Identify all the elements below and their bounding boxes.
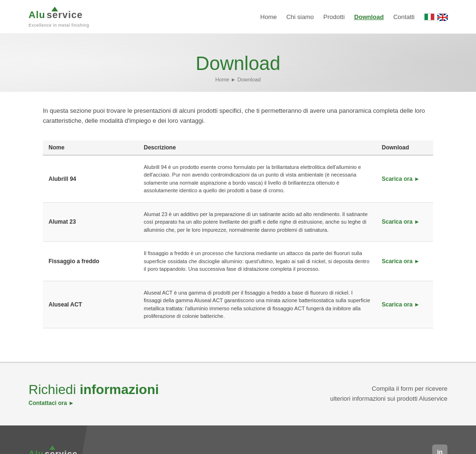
product-name-cell: Aluseal ACT bbox=[43, 281, 138, 328]
cta-title-light: Richiedi bbox=[29, 382, 79, 397]
table-row: Alubrill 94Alubrill 94 è un prodotto ese… bbox=[43, 155, 433, 203]
scarica-link[interactable]: Scarica ora ► bbox=[382, 258, 420, 265]
cta-right-line2: ulteriori informazioni sui prodotti Alus… bbox=[330, 394, 447, 404]
cta-right-line1: Compila il form per ricevere bbox=[330, 384, 447, 394]
table-row: Fissaggio a freddoIl fissaggio a freddo … bbox=[43, 242, 433, 281]
cta-left: Richiedi informazioni Contattaci ora ► bbox=[29, 382, 159, 406]
download-table: Nome Descrizione Download Alubrill 94Alu… bbox=[43, 140, 433, 328]
breadcrumb-separator: ► bbox=[231, 77, 236, 82]
col-header-download: Download bbox=[376, 140, 433, 155]
product-description-cell: Il fissaggio a freddo è un processo che … bbox=[138, 242, 376, 281]
product-name: Alubrill 94 bbox=[49, 176, 76, 182]
flag-italy[interactable] bbox=[424, 13, 435, 20]
breadcrumb-home[interactable]: Home bbox=[215, 77, 229, 82]
product-name: Fissaggio a freddo bbox=[49, 258, 99, 265]
cta-title: Richiedi informazioni bbox=[29, 382, 159, 397]
logo-image: Alu service bbox=[29, 6, 86, 23]
footer-logo-image: Alu service bbox=[29, 444, 81, 454]
product-download-cell: Scarica ora ► bbox=[376, 242, 433, 281]
svg-text:service: service bbox=[45, 449, 78, 454]
intro-text: In questa sezione puoi trovare le presen… bbox=[43, 106, 433, 126]
scarica-link[interactable]: Scarica ora ► bbox=[382, 176, 420, 182]
scarica-link[interactable]: Scarica ora ► bbox=[382, 301, 420, 308]
hero-banner: Download Home ► Download bbox=[0, 34, 476, 92]
nav-chi-siamo[interactable]: Chi siamo bbox=[286, 13, 314, 20]
svg-marker-10 bbox=[50, 445, 55, 450]
table-row: Alumat 23Alumat 23 è un additivo per la … bbox=[43, 202, 433, 242]
nav-prodotti[interactable]: Prodotti bbox=[323, 13, 345, 20]
svg-text:Alu: Alu bbox=[29, 10, 45, 20]
main-nav: Home Chi siamo Prodotti Download Contatt… bbox=[260, 13, 447, 20]
breadcrumb-current: Download bbox=[238, 77, 261, 82]
svg-text:Alu: Alu bbox=[29, 449, 44, 454]
breadcrumb: Home ► Download bbox=[10, 77, 466, 82]
svg-text:service: service bbox=[47, 10, 83, 20]
logo-area: Alu service Excellence in metal finishin… bbox=[29, 6, 89, 28]
product-name: Aluseal ACT bbox=[49, 301, 82, 308]
product-name: Alumat 23 bbox=[49, 218, 76, 225]
col-header-descrizione: Descrizione bbox=[138, 140, 376, 155]
nav-contatti[interactable]: Contatti bbox=[393, 13, 415, 20]
product-name-cell: Alumat 23 bbox=[43, 202, 138, 242]
page-title: Download bbox=[10, 53, 466, 74]
product-download-cell: Scarica ora ► bbox=[376, 202, 433, 242]
nav-download[interactable]: Download bbox=[354, 13, 384, 20]
col-header-nome: Nome bbox=[43, 140, 138, 155]
product-description-cell: Alumat 23 è un additivo per la preparazi… bbox=[138, 202, 376, 242]
cta-contact-link[interactable]: Contattaci ora ► bbox=[29, 400, 159, 406]
table-row: Aluseal ACTAluseal ACT è una gamma di pr… bbox=[43, 281, 433, 328]
cta-title-bold: informazioni bbox=[79, 382, 159, 397]
scarica-link[interactable]: Scarica ora ► bbox=[382, 218, 420, 225]
flag-uk[interactable] bbox=[437, 13, 447, 20]
footer: Alu service Excellence in metal finishin… bbox=[0, 425, 476, 454]
cta-right: Compila il form per ricevere ulteriori i… bbox=[330, 384, 447, 404]
cta-section: Richiedi informazioni Contattaci ora ► C… bbox=[0, 362, 476, 425]
nav-home[interactable]: Home bbox=[260, 13, 277, 20]
product-download-cell: Scarica ora ► bbox=[376, 281, 433, 328]
logo-tagline: Excellence in metal finishing bbox=[29, 23, 89, 28]
header: Alu service Excellence in metal finishin… bbox=[0, 0, 476, 34]
product-name-cell: Alubrill 94 bbox=[43, 155, 138, 203]
product-description-cell: Aluseal ACT è una gamma di prodotti per … bbox=[138, 281, 376, 328]
product-name-cell: Fissaggio a freddo bbox=[43, 242, 138, 281]
footer-logo: Alu service Excellence in metal finishin… bbox=[29, 444, 82, 454]
language-flags bbox=[424, 13, 447, 20]
product-description-cell: Alubrill 94 è un prodotto esente cromo f… bbox=[138, 155, 376, 203]
footer-top: Alu service Excellence in metal finishin… bbox=[29, 444, 447, 454]
linkedin-button[interactable]: in bbox=[432, 444, 447, 454]
product-download-cell: Scarica ora ► bbox=[376, 155, 433, 203]
main-content: In questa sezione puoi trovare le presen… bbox=[33, 92, 443, 343]
table-header-row: Nome Descrizione Download bbox=[43, 140, 433, 155]
